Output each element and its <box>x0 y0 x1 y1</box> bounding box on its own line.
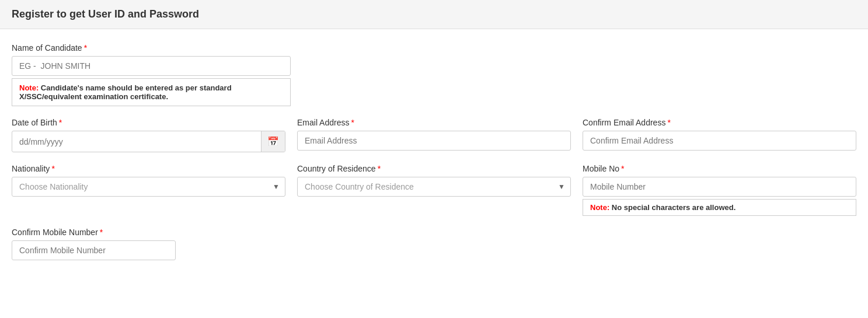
mobile-note-text: No special characters are allowed. <box>612 203 735 212</box>
dob-label: Date of Birth* <box>12 118 285 127</box>
dob-input[interactable] <box>12 132 261 151</box>
name-note-label: Note: <box>19 83 39 92</box>
email-label: Email Address* <box>297 118 571 127</box>
dob-email-row: Date of Birth* 📅 Email Address* Confirm … <box>12 118 856 152</box>
name-input[interactable] <box>12 56 291 76</box>
nationality-select-wrapper: Choose Nationality ▼ <box>12 177 285 197</box>
nationality-select[interactable]: Choose Nationality <box>12 177 285 197</box>
confirm-mobile-spacer <box>187 228 516 260</box>
page-title: Register to get User ID and Password <box>12 8 199 20</box>
mobile-label: Mobile No* <box>583 164 856 173</box>
confirm-mobile-input[interactable] <box>12 240 176 260</box>
country-select[interactable]: Choose Country of Residence <box>297 177 571 197</box>
confirm-mobile-row: Confirm Mobile Number* <box>12 228 856 260</box>
mobile-note-box: Note: No special characters are allowed. <box>583 199 856 216</box>
name-note-text: Candidate's name should be entered as pe… <box>19 83 232 101</box>
registration-form: Name of Candidate* Note: Candidate's nam… <box>0 29 868 286</box>
nationality-mobile-row: Nationality* Choose Nationality ▼ Countr… <box>12 164 856 216</box>
email-input[interactable] <box>297 131 571 151</box>
dob-group: Date of Birth* 📅 <box>12 118 285 152</box>
mobile-note-label: Note: <box>590 203 609 212</box>
mobile-group: Mobile No* Note: No special characters a… <box>583 164 856 216</box>
country-label: Country of Residence* <box>297 164 571 173</box>
confirm-mobile-label: Confirm Mobile Number* <box>12 228 176 237</box>
email-group: Email Address* <box>297 118 571 152</box>
confirm-mobile-group: Confirm Mobile Number* <box>12 228 176 260</box>
country-select-wrapper: Choose Country of Residence ▼ <box>297 177 571 197</box>
nationality-group: Nationality* Choose Nationality ▼ <box>12 164 285 216</box>
country-group: Country of Residence* Choose Country of … <box>297 164 571 216</box>
name-note-box: Note: Candidate's name should be entered… <box>12 78 291 106</box>
confirm-email-input[interactable] <box>583 131 856 151</box>
page-header: Register to get User ID and Password <box>0 0 868 29</box>
name-group: Name of Candidate* Note: Candidate's nam… <box>12 43 291 106</box>
nationality-label: Nationality* <box>12 164 285 173</box>
name-label: Name of Candidate* <box>12 43 291 53</box>
dob-input-wrapper: 📅 <box>12 131 285 152</box>
confirm-email-group: Confirm Email Address* <box>583 118 856 152</box>
confirm-email-label: Confirm Email Address* <box>583 118 856 127</box>
name-spacer <box>302 43 857 106</box>
name-row: Name of Candidate* Note: Candidate's nam… <box>12 43 856 106</box>
mobile-input[interactable] <box>583 177 856 197</box>
confirm-mobile-spacer2 <box>528 228 856 260</box>
calendar-icon[interactable]: 📅 <box>261 131 285 152</box>
